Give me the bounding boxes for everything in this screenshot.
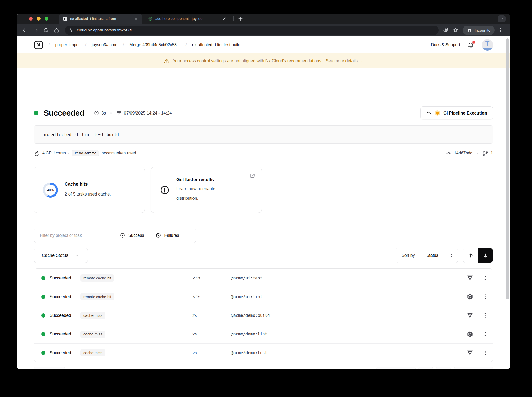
back-button[interactable] [21, 26, 30, 35]
browser-tab-active[interactable]: nx affected -t lint test ... from [59, 14, 142, 24]
filter-input[interactable] [34, 228, 114, 243]
cache-status-dropdown[interactable]: Cache Status [34, 248, 88, 263]
task-name[interactable]: @acme/ui:test [231, 276, 467, 280]
task-cache-badge: cache miss [80, 331, 105, 338]
address-bar[interactable]: cloud.nx.app/runs/smOmxpfXfl [65, 26, 439, 35]
nx-logo-icon[interactable] [34, 40, 43, 50]
status-dot [34, 111, 38, 115]
task-menu-button[interactable] [485, 294, 486, 299]
sort-descending-button[interactable] [478, 248, 493, 263]
run-duration: 3s [102, 111, 106, 116]
calendar-icon [116, 110, 122, 116]
tab-close-icon[interactable] [133, 16, 139, 22]
url-text[interactable]: cloud.nx.app/runs/smOmxpfXfl [77, 28, 132, 32]
clock-icon [94, 110, 99, 116]
run-dates: 07/09/2025 14:24 - 14:24 [124, 111, 172, 116]
chevron-down-icon [75, 253, 80, 258]
tab-title: add hero component · jaysoo [155, 17, 219, 21]
task-status-dot [41, 351, 45, 355]
breadcrumb-separator [123, 43, 124, 47]
get-faster-results-card[interactable]: Get faster results Learn how to enable d… [151, 167, 262, 213]
summary-cards: 40% Cache hits 2 of 5 tasks used cache. … [34, 167, 493, 213]
cache-hits-card[interactable]: 40% Cache hits 2 of 5 tasks used cache. [34, 167, 145, 213]
sort-ascending-button[interactable] [463, 248, 478, 263]
breadcrumb-separator [49, 43, 50, 47]
new-tab-button[interactable] [237, 15, 244, 23]
filter-success-button[interactable]: Success [114, 228, 150, 243]
task-status-dot [41, 276, 45, 280]
maximize-window-button[interactable] [45, 17, 48, 21]
task-filter-group: Success Failures [34, 228, 196, 243]
run-meta-row: 4 CPU cores read-write access token used… [34, 149, 493, 157]
pipeline-status-dot [435, 110, 440, 116]
home-button[interactable] [52, 26, 61, 35]
task-status-dot [41, 332, 45, 336]
faster-card-text: Learn how to enable distribution. [176, 184, 236, 203]
linux-penguin-icon [34, 150, 40, 156]
access-token-text: access token used [102, 151, 136, 156]
incognito-icon [467, 28, 472, 33]
breadcrumb-separator [85, 43, 86, 47]
breadcrumb-pipeline[interactable]: Merge 409b44e5cb02c53... [129, 43, 180, 47]
branch-icon [482, 150, 488, 156]
reload-button[interactable] [42, 26, 50, 35]
close-window-button[interactable] [29, 17, 33, 21]
task-row[interactable]: Succeeded cache miss 2s @acme/demo:test [34, 343, 493, 362]
sort-select[interactable]: Status [421, 248, 458, 263]
notifications-button[interactable] [467, 42, 474, 49]
task-menu-button[interactable] [485, 351, 486, 355]
docs-support-link[interactable]: Docs & Support [431, 43, 460, 47]
kebab-icon [485, 294, 486, 299]
eye-off-icon[interactable] [441, 26, 450, 35]
task-menu-button[interactable] [485, 332, 486, 336]
task-row[interactable]: Succeeded remote cache hit < 1s @acme/ui… [34, 269, 493, 287]
task-duration: 2s [192, 351, 231, 355]
task-row[interactable]: Succeeded remote cache hit < 1s @acme/ui… [34, 287, 493, 306]
banner-see-more-link[interactable]: See more details → [325, 58, 363, 63]
browser-menu-button[interactable] [496, 26, 505, 35]
task-menu-button[interactable] [485, 276, 486, 280]
commit-sha[interactable]: 14d67bdc [454, 151, 472, 156]
breadcrumb-workspace[interactable]: proper-limpet [55, 43, 79, 47]
task-name[interactable]: @acme/demo:lint [231, 332, 467, 337]
nx-cloud-page: proper-limpet jaysoo3/acme Merge 409b44e… [17, 36, 510, 369]
filter-failures-button[interactable]: Failures [150, 228, 185, 243]
breadcrumb: proper-limpet jaysoo3/acme Merge 409b44e… [43, 43, 240, 47]
forward-button[interactable] [31, 26, 40, 35]
window-controls[interactable] [29, 17, 48, 21]
tab-close-icon[interactable] [221, 16, 227, 22]
avatar[interactable]: T [482, 39, 493, 51]
task-cache-badge: remote cache hit [80, 293, 114, 300]
task-name[interactable]: @acme/demo:test [231, 351, 467, 355]
incognito-badge: Incognito [463, 26, 495, 35]
minimize-window-button[interactable] [37, 17, 41, 21]
scrollbar-thumb[interactable] [506, 38, 509, 299]
task-menu-button[interactable] [485, 313, 486, 318]
run-command-box: nx affected -t lint test build [34, 125, 493, 144]
kebab-icon [500, 28, 501, 32]
bookmark-star-icon[interactable] [451, 26, 460, 35]
run-status-row: Succeeded 3s 07/09/2025 14:24 - 14:24 CI… [34, 106, 493, 120]
task-cache-badge: cache miss [80, 349, 105, 356]
breadcrumb-run[interactable]: nx affected -t lint test build [192, 43, 241, 47]
external-link-icon[interactable] [250, 173, 255, 179]
browser-tab-inactive[interactable]: add hero component · jaysoo [144, 14, 230, 24]
kebab-icon [485, 332, 486, 336]
cache-percent: 40% [45, 185, 56, 196]
commit-icon [446, 150, 452, 156]
task-row[interactable]: Succeeded cache miss 2s @acme/demo:lint [34, 325, 493, 343]
task-status-dot [41, 313, 45, 318]
tab-search-button[interactable] [498, 15, 506, 22]
task-cache-badge: cache miss [80, 312, 105, 319]
task-status: Succeeded [50, 294, 80, 299]
task-row[interactable]: Succeeded cache miss 2s @acme/demo:build [34, 306, 493, 325]
banner-message: Your access control settings are not ali… [173, 58, 323, 63]
ci-pipeline-execution-button[interactable]: CI Pipeline Execution [420, 106, 493, 119]
task-name[interactable]: @acme/demo:build [231, 313, 467, 318]
site-settings-icon[interactable] [69, 28, 74, 33]
site-header: proper-limpet jaysoo3/acme Merge 409b44e… [17, 36, 510, 53]
task-name[interactable]: @acme/ui:lint [231, 294, 467, 299]
breadcrumb-repo[interactable]: jaysoo3/acme [92, 43, 117, 47]
chevrons-up-down-icon [449, 253, 454, 258]
notification-dot [472, 41, 475, 44]
